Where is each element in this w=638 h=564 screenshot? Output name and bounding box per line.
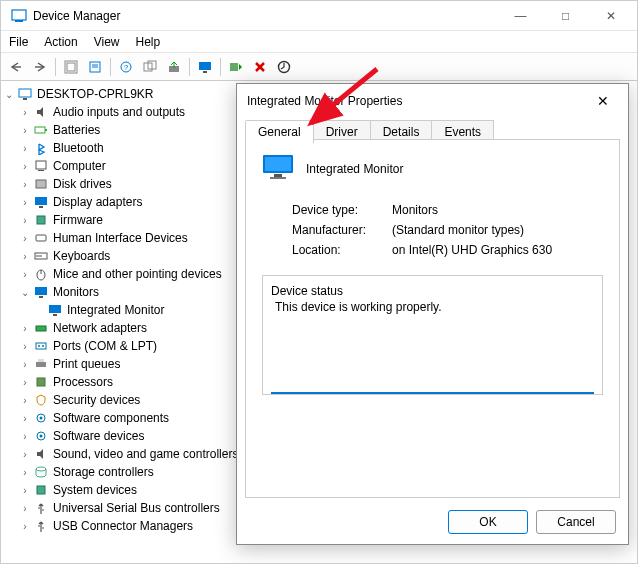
monitor-action-button[interactable] [194, 56, 216, 78]
svg-rect-0 [12, 10, 26, 20]
sw-icon [33, 410, 49, 426]
svg-rect-55 [265, 157, 291, 171]
display-icon [33, 194, 49, 210]
expand-icon[interactable]: › [19, 322, 31, 334]
cancel-button[interactable]: Cancel [536, 510, 616, 534]
show-hidden-button[interactable] [60, 56, 82, 78]
device-type-value: Monitors [392, 203, 438, 217]
location-value: on Intel(R) UHD Graphics 630 [392, 243, 552, 257]
svg-rect-21 [23, 98, 27, 100]
svg-rect-47 [37, 378, 45, 386]
menu-view[interactable]: View [94, 35, 120, 49]
tab-panel-general: Integrated Monitor Device type:Monitors … [245, 139, 620, 498]
expand-icon[interactable]: › [19, 142, 31, 154]
tab-general[interactable]: General [245, 120, 314, 143]
monitor-icon [262, 154, 294, 183]
svg-point-44 [42, 345, 44, 347]
window-title: Device Manager [33, 9, 498, 23]
separator [55, 58, 56, 76]
mouse-icon [33, 266, 49, 282]
expand-icon[interactable]: › [19, 178, 31, 190]
properties-button[interactable] [84, 56, 106, 78]
menu-file[interactable]: File [9, 35, 28, 49]
separator [110, 58, 111, 76]
expand-icon[interactable]: › [19, 196, 31, 208]
svg-rect-30 [36, 235, 46, 241]
scan-hardware-button[interactable] [273, 56, 295, 78]
minimize-button[interactable]: — [498, 1, 543, 31]
svg-rect-25 [38, 170, 44, 171]
svg-rect-29 [37, 216, 45, 224]
usb-icon [33, 518, 49, 534]
manufacturer-label: Manufacturer: [292, 223, 392, 237]
svg-rect-15 [203, 71, 207, 73]
expand-icon[interactable]: › [19, 448, 31, 460]
dialog-title: Integrated Monitor Properties [247, 94, 588, 108]
chip-icon [33, 482, 49, 498]
svg-rect-45 [36, 362, 46, 367]
expand-icon[interactable]: › [19, 466, 31, 478]
hid-icon [33, 230, 49, 246]
svg-rect-14 [199, 62, 211, 70]
expand-icon[interactable]: ⌄ [19, 286, 31, 298]
cpu-icon [33, 374, 49, 390]
svg-rect-42 [36, 343, 46, 349]
expand-icon[interactable]: › [19, 124, 31, 136]
device-status-text[interactable]: This device is working properly. [271, 298, 594, 394]
svg-text:?: ? [124, 63, 129, 72]
ok-button[interactable]: OK [448, 510, 528, 534]
close-button[interactable]: ✕ [588, 1, 633, 31]
enable-button[interactable] [225, 56, 247, 78]
separator [220, 58, 221, 76]
expand-icon[interactable]: › [19, 412, 31, 424]
expand-icon[interactable]: › [19, 214, 31, 226]
expand-icon[interactable]: › [19, 340, 31, 352]
monitor-icon [47, 302, 63, 318]
expand-icon[interactable]: › [19, 394, 31, 406]
expand-icon[interactable]: › [19, 358, 31, 370]
pc-icon [33, 158, 49, 174]
svg-rect-37 [35, 287, 47, 295]
svg-rect-53 [37, 486, 45, 494]
svg-rect-23 [45, 129, 47, 131]
expand-icon[interactable]: › [19, 376, 31, 388]
menu-action[interactable]: Action [44, 35, 77, 49]
expand-icon[interactable]: › [19, 106, 31, 118]
svg-rect-46 [38, 359, 44, 362]
expand-icon[interactable]: › [19, 502, 31, 514]
battery-icon [33, 122, 49, 138]
maximize-button[interactable]: □ [543, 1, 588, 31]
update-driver-button[interactable] [163, 56, 185, 78]
expand-icon[interactable]: › [19, 520, 31, 532]
menu-help[interactable]: Help [136, 35, 161, 49]
svg-rect-38 [39, 296, 43, 298]
svg-rect-56 [274, 174, 282, 177]
uninstall-button[interactable] [249, 56, 271, 78]
expand-icon[interactable]: › [19, 430, 31, 442]
sw-icon [33, 428, 49, 444]
expand-icon[interactable]: › [19, 484, 31, 496]
svg-rect-20 [19, 89, 31, 97]
net-icon [33, 320, 49, 336]
dialog-close-button[interactable]: ✕ [588, 93, 618, 109]
svg-rect-16 [230, 63, 238, 71]
collapse-icon[interactable]: ⌄ [3, 88, 15, 100]
expand-icon[interactable]: › [19, 232, 31, 244]
back-button[interactable] [5, 56, 27, 78]
svg-point-52 [36, 467, 46, 471]
properties-dialog: Integrated Monitor Properties ✕ General … [236, 83, 629, 545]
help-button[interactable]: ? [115, 56, 137, 78]
svg-rect-41 [36, 326, 46, 331]
forward-button[interactable] [29, 56, 51, 78]
scan-button[interactable] [139, 56, 161, 78]
audio-icon [33, 104, 49, 120]
device-status-label: Device status [271, 284, 343, 298]
expand-icon[interactable]: › [19, 160, 31, 172]
port-icon [33, 338, 49, 354]
svg-rect-26 [36, 180, 46, 188]
expand-icon[interactable]: › [19, 250, 31, 262]
svg-point-43 [38, 345, 40, 347]
separator [189, 58, 190, 76]
expand-icon[interactable]: › [19, 268, 31, 280]
svg-rect-40 [53, 314, 57, 316]
